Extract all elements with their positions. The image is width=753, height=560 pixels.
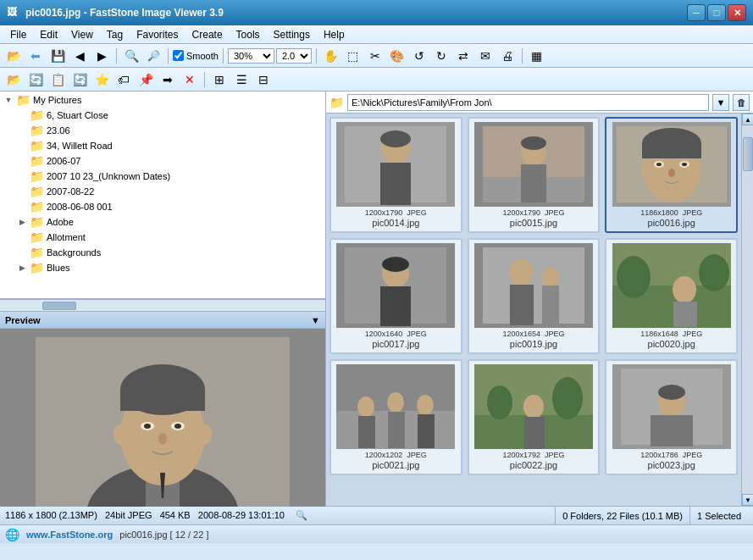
thumbnail-pic0017[interactable]: 1200x1640 JPEG pic0017.jpg [329,238,462,354]
svg-point-53 [617,256,651,298]
menu-view[interactable]: View [64,27,100,42]
thumbnail-pic0014[interactable]: 1200x1790 JPEG pic0014.jpg [329,117,462,233]
tree-node-stuart[interactable]: 📁 6, Stuart Close [14,108,325,123]
tb2-btn4[interactable]: 🔄 [69,70,90,89]
tree-node-2006[interactable]: 📁 2006-07 [14,153,325,169]
zoom-in-button[interactable]: 🔍 [121,47,141,65]
thumbnail-pic0021[interactable]: 1200x1202 JPEG pic0021.jpg [329,359,462,475]
tb2-btn1[interactable]: 📂 [3,70,24,89]
zoom-factor-select[interactable]: 2.0 1.5 3.0 [276,48,312,64]
zoom-percent-select[interactable]: 30% 50% 100% [228,48,274,64]
tb2-btn7[interactable]: 📌 [136,70,156,89]
rotate-right-button[interactable]: ↻ [431,47,451,65]
thumb-meta: 1200x1202 JPEG [365,451,427,459]
tb2-btn2[interactable]: 🔄 [25,70,46,89]
prev-button[interactable]: ◀ [69,47,90,65]
preview-header[interactable]: Preview ▼ [0,312,325,329]
tree-node-2007b[interactable]: 📁 2007-08-22 [14,184,325,199]
select-tool-button[interactable]: ⬚ [343,47,363,65]
zoom-indicator-icon: 🔍 [296,510,307,520]
thumbnail-container: 1200x1790 JPEG pic0014.jpg [326,114,753,506]
tb2-delete[interactable]: ✕ [180,70,200,89]
tree-node-mypictures[interactable]: ▼ 📁 My Pictures [0,92,325,108]
grid-button[interactable]: ▦ [527,47,547,65]
menu-favorites[interactable]: Favorites [130,27,185,42]
thumbnail-pic0016[interactable]: 1186x1800 JPEG pic0016.jpg [605,117,738,233]
tb2-btn5[interactable]: ⭐ [91,70,112,89]
color-button[interactable]: 🎨 [387,47,407,65]
svg-point-27 [521,136,546,150]
svg-point-68 [552,377,583,419]
thumb-meta: 1186x1800 JPEG [640,208,702,217]
back-button[interactable]: ⬅ [25,47,46,65]
folder-count: 0 Folders, 22 Files (10.1 MB) [555,507,689,525]
scroll-thumb[interactable] [743,137,753,171]
rotate-left-button[interactable]: ↺ [409,47,429,65]
svg-point-73 [658,385,685,400]
folder-tree[interactable]: ▼ 📁 My Pictures 📁 6, Stuart Close 📁 23.0… [0,91,325,299]
main-area: ▼ 📁 My Pictures 📁 6, Stuart Close 📁 23.0… [0,91,753,506]
hand-tool-button[interactable]: ✋ [321,47,341,65]
flip-button[interactable]: ⇄ [453,47,473,65]
scroll-up-arrow[interactable]: ▲ [742,114,753,125]
address-go-button[interactable]: ▼ [712,94,729,111]
print-button[interactable]: 🖨 [497,47,518,65]
tb2-btn3[interactable]: 📋 [47,70,68,89]
maximize-button[interactable]: □ [707,4,726,21]
folder-icon: 📁 [30,230,44,244]
title-bar: 🖼 pic0016.jpg - FastStone Image Viewer 3… [0,0,753,25]
open-button[interactable]: 📂 [3,47,24,65]
minimize-button[interactable]: ─ [687,4,706,21]
bottom-bar: 🌐 www.FastStone.org pic0016.jpg [ 12 / 2… [0,524,753,543]
tb2-btn8[interactable]: ➡ [158,70,178,89]
crop-button[interactable]: ✂ [365,47,385,65]
zoom-out-button[interactable]: 🔎 [143,47,163,65]
thumb-name: pic0016.jpg [648,218,695,228]
thumb-image-wrap [474,243,593,328]
tree-node-backgrounds[interactable]: 📁 Backgrounds [14,245,325,260]
tb2-view2[interactable]: ☰ [231,70,252,89]
tree-node-blues[interactable]: ▶ 📁 Blues [14,260,325,275]
tree-hscrollbar[interactable] [0,299,325,311]
tree-node-2007[interactable]: 📁 2007 10 23_(Unknown Dates) [14,169,325,184]
address-folder-icon: 📁 [329,96,344,109]
address-input[interactable] [347,94,709,111]
thumbnail-pic0023[interactable]: 1200x1786 JPEG pic0023.jpg [605,359,738,475]
preview-toggle-icon[interactable]: ▼ [311,315,320,325]
right-scrollbar[interactable]: ▲ ▼ [741,114,753,506]
thumb-name: pic0021.jpg [372,460,419,470]
scroll-down-arrow[interactable]: ▼ [742,494,753,506]
tree-node-2008[interactable]: 📁 2008-06-08 001 [14,199,325,214]
tb2-view1[interactable]: ⊞ [209,70,230,89]
folder-icon: 📁 [30,124,44,137]
menu-tools[interactable]: Tools [230,27,267,42]
node-label: Adobe [47,217,74,227]
save-button[interactable]: 💾 [47,47,68,65]
thumbnail-pic0015[interactable]: 1200x1790 JPEG pic0015.jpg [468,117,601,233]
tree-node-adobe[interactable]: ▶ 📁 Adobe [14,214,325,230]
secondary-toolbar: 📂 🔄 📋 🔄 ⭐ 🏷 📌 ➡ ✕ ⊞ ☰ ⊟ [0,68,753,91]
expand-icon [17,141,27,151]
menu-edit[interactable]: Edit [33,27,64,42]
menu-create[interactable]: Create [185,27,230,42]
thumbnail-pic0019[interactable]: 1200x1654 JPEG pic0019.jpg [468,238,601,354]
thumbnail-pic0020[interactable]: 1186x1648 JPEG pic0020.jpg [605,238,738,354]
menu-file[interactable]: File [3,27,33,42]
next-button[interactable]: ▶ [91,47,112,65]
email-button[interactable]: ✉ [475,47,496,65]
tree-node-allotment[interactable]: 📁 Allotment [14,230,325,245]
tree-node-willett[interactable]: 📁 34, Willett Road [14,138,325,153]
close-button[interactable]: ✕ [728,4,746,21]
menu-help[interactable]: Help [317,27,352,42]
smooth-checkbox[interactable] [173,50,184,61]
svg-point-57 [357,396,374,417]
svg-rect-58 [358,416,375,448]
menu-settings[interactable]: Settings [267,27,317,42]
tb2-btn6[interactable]: 🏷 [114,70,134,89]
tree-node-2306[interactable]: 📁 23.06 [14,123,325,138]
thumbnail-pic0022[interactable]: 1200x1792 JPEG pic0022.jpg [468,359,601,475]
tb2-view3[interactable]: ⊟ [253,70,274,89]
menu-tag[interactable]: Tag [100,27,130,42]
address-clear-button[interactable]: 🗑 [733,94,750,111]
main-toolbar: 📂 ⬅ 💾 ◀ ▶ 🔍 🔎 Smooth 30% 50% 100% 2.0 1.… [0,44,753,68]
